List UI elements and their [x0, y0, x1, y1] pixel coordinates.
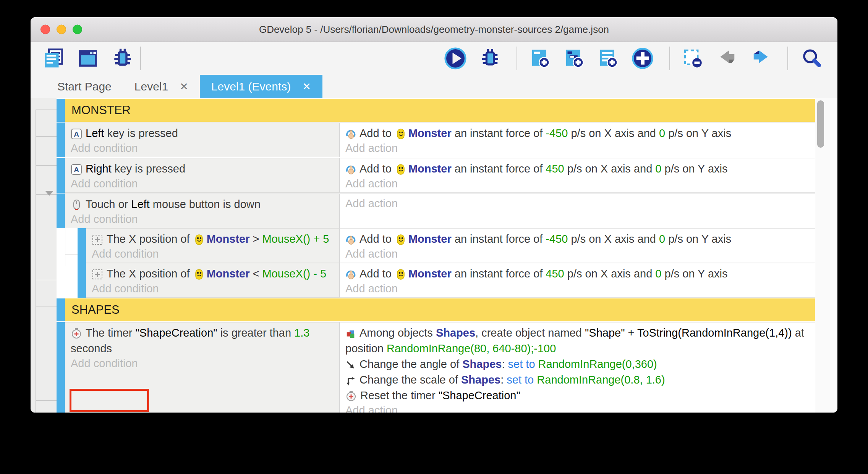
tab-label: Start Page [57, 80, 112, 93]
add-condition-button[interactable]: Add condition [71, 177, 335, 190]
play-button[interactable] [444, 47, 470, 70]
position-icon [92, 269, 103, 280]
position-icon [92, 234, 103, 245]
gdevelop-window: GDevelop 5 - /Users/florian/Downloads/ge… [31, 17, 837, 413]
tree-connector [36, 136, 57, 137]
event-color-bar[interactable] [57, 123, 65, 157]
keyboard-icon: A [71, 128, 82, 140]
event-color-bar[interactable] [57, 298, 65, 321]
event-color-bar[interactable] [57, 158, 65, 193]
minimize-button[interactable] [57, 25, 66, 34]
tab-level1-events[interactable]: Level1 (Events)✕ [200, 75, 322, 98]
add-condition-button[interactable]: Add condition [71, 356, 335, 370]
debugger-button[interactable] [112, 47, 137, 69]
actions-cell[interactable]: Add action [340, 193, 815, 228]
scrollbar-thumb[interactable] [817, 100, 824, 148]
actions-cell[interactable]: Add to Monster an instant force of -450 … [340, 228, 815, 263]
event-group-monster[interactable]: MONSTER [57, 99, 815, 122]
project-manager-button[interactable] [42, 47, 68, 69]
close-icon[interactable]: ✕ [302, 81, 311, 93]
actions-cell[interactable]: Add to Monster an instant force of 450 p… [340, 263, 815, 298]
add-action-button[interactable]: Add action [345, 403, 810, 413]
tab-start-page[interactable]: Start Page [46, 75, 123, 98]
zoom-button[interactable] [73, 25, 82, 34]
mouse-icon [71, 199, 82, 211]
events-gutter [31, 98, 57, 413]
force-hand-icon [345, 129, 356, 140]
tab-label: Level1 [134, 80, 168, 93]
event-color-bar[interactable] [57, 322, 65, 413]
event-group-shapes[interactable]: SHAPES [57, 298, 815, 321]
event-color-bar[interactable] [78, 263, 86, 298]
svg-text:A: A [74, 166, 79, 174]
event-color-bar[interactable] [78, 228, 86, 263]
actions-cell[interactable]: Among objects Shapes, create object name… [340, 322, 815, 413]
tree-connector [36, 110, 36, 413]
title-bar: GDevelop 5 - /Users/florian/Downloads/ge… [31, 17, 837, 42]
sub-event-row: The X position of Monster > MouseX() + 5… [78, 228, 815, 263]
conditions-cell[interactable]: The X position of Monster < MouseX() - 5… [86, 263, 340, 298]
add-sub-event-icon [564, 48, 585, 69]
close-icon[interactable]: ✕ [180, 81, 188, 93]
add-comment-icon [598, 48, 619, 69]
add-condition-button[interactable]: Add condition [71, 141, 335, 155]
force-hand-icon [345, 269, 356, 280]
conditions-cell[interactable]: The X position of Monster > MouseX() + 5… [86, 228, 340, 263]
actions-cell[interactable]: Add to Monster an instant force of -450 … [340, 123, 815, 157]
tree-connector [36, 165, 57, 166]
collapse-arrow-icon[interactable] [45, 191, 53, 196]
add-action-button[interactable]: Add action [345, 282, 810, 295]
add-new-button[interactable] [632, 47, 657, 69]
close-button[interactable] [40, 25, 50, 34]
sub-event-row: The X position of Monster < MouseX() - 5… [78, 263, 815, 298]
event-color-bar[interactable] [57, 193, 65, 228]
redo-icon [750, 48, 772, 69]
add-action-button[interactable]: Add action [345, 197, 810, 210]
add-event-button[interactable] [530, 48, 554, 69]
remove-event-button[interactable] [682, 48, 707, 69]
monster-object-icon [396, 128, 406, 140]
search-button[interactable] [800, 47, 826, 69]
plus-circle-icon [632, 47, 654, 69]
add-action-button[interactable]: Add action [345, 141, 810, 155]
toolbar-divider [517, 47, 517, 70]
create-object-icon [345, 329, 356, 339]
event-row: ARight key is pressed Add condition Add … [57, 158, 815, 193]
add-sub-event-button[interactable] [564, 48, 588, 69]
monster-object-icon [194, 269, 204, 280]
bug-icon [112, 47, 134, 69]
event-color-bar[interactable] [57, 99, 65, 122]
redo-button[interactable] [750, 48, 775, 69]
add-action-button[interactable]: Add action [345, 247, 810, 261]
add-condition-button[interactable]: Add condition [71, 212, 335, 226]
toolbar-divider [669, 47, 670, 70]
vertical-scrollbar[interactable] [815, 98, 837, 413]
add-action-button[interactable]: Add action [345, 177, 810, 190]
tab-label: Level1 (Events) [211, 80, 291, 93]
undo-button[interactable] [716, 48, 741, 69]
event-row: Touch or Left mouse button is down Add c… [57, 193, 815, 228]
add-condition-button[interactable]: Add condition [92, 282, 335, 295]
conditions-cell[interactable]: ARight key is pressed Add condition [65, 158, 340, 193]
add-comment-button[interactable] [598, 48, 622, 69]
actions-cell[interactable]: Add to Monster an instant force of 450 p… [340, 158, 815, 193]
tree-connector [36, 306, 57, 306]
conditions-cell[interactable]: Touch or Left mouse button is down Add c… [65, 193, 340, 228]
traffic-lights [40, 25, 82, 34]
project-manager-icon [42, 47, 64, 69]
add-condition-button[interactable]: Add condition [92, 247, 335, 261]
tab-level1[interactable]: Level1✕ [123, 75, 200, 98]
remove-event-icon [682, 48, 704, 69]
timer-icon [345, 390, 357, 402]
monster-object-icon [396, 269, 406, 280]
scene-window-icon [77, 47, 99, 69]
tab-bar: Start Page Level1✕ Level1 (Events)✕ [31, 75, 837, 98]
group-title[interactable]: MONSTER [65, 99, 815, 122]
keyboard-icon: A [71, 164, 82, 175]
conditions-cell[interactable]: ALeft key is pressed Add condition [65, 123, 340, 157]
scene-window-button[interactable] [77, 47, 102, 69]
window-title: GDevelop 5 - /Users/florian/Downloads/ge… [259, 24, 609, 35]
group-title[interactable]: SHAPES [65, 298, 815, 321]
debug-run-button[interactable] [479, 48, 504, 69]
bug-icon [479, 48, 501, 69]
